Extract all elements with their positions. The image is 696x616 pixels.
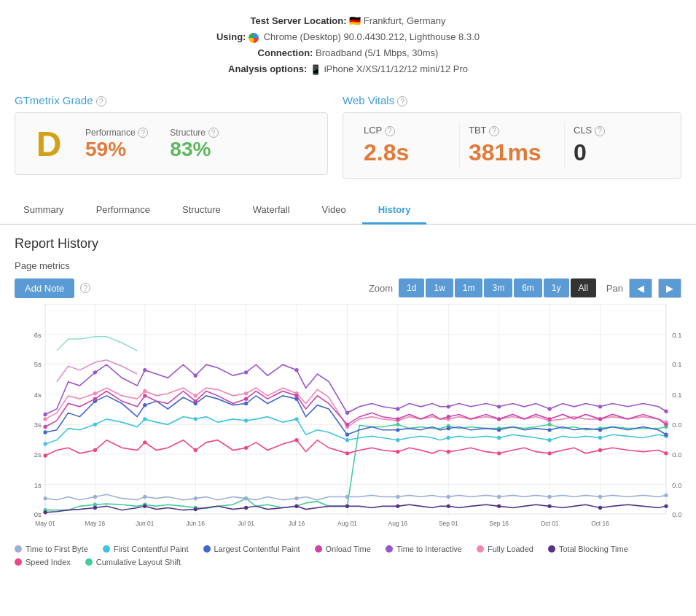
connection-label: Connection: (258, 47, 313, 58)
legend-tti: Time to Interactive (386, 545, 462, 553)
tab-structure[interactable]: Structure (166, 197, 237, 225)
add-note-help-icon[interactable]: ? (80, 283, 90, 293)
svg-text:2s: 2s (34, 451, 42, 459)
svg-point-87 (43, 442, 47, 445)
legend-cls: Cumulative Layout Shift (85, 558, 181, 566)
svg-point-67 (345, 495, 349, 499)
svg-point-105 (294, 438, 298, 442)
svg-point-127 (93, 391, 97, 395)
svg-point-62 (93, 495, 97, 499)
cls-metric: CLS ? 0 (565, 122, 669, 169)
svg-point-123 (547, 428, 551, 432)
svg-point-112 (664, 451, 668, 455)
svg-point-151 (664, 423, 668, 426)
svg-point-69 (447, 495, 450, 499)
pan-left-button[interactable]: ◀ (629, 278, 652, 298)
svg-text:Sep 01: Sep 01 (439, 520, 458, 527)
svg-point-157 (294, 368, 298, 372)
header-info: Test Server Location: 🇩🇪 Frankfurt, Germ… (0, 0, 696, 87)
zoom-3m[interactable]: 3m (484, 278, 512, 297)
vitals-title: Web Vitals ? (343, 94, 681, 107)
tab-summary[interactable]: Summary (7, 197, 80, 225)
cls-label: CLS (574, 125, 592, 136)
lcp-help-icon[interactable]: ? (385, 126, 395, 136)
svg-point-160 (447, 405, 450, 408)
zoom-6m[interactable]: 6m (514, 278, 542, 297)
svg-point-70 (497, 495, 501, 499)
svg-text:Jul 16: Jul 16 (289, 520, 305, 527)
svg-point-162 (547, 407, 551, 410)
zoom-1w[interactable]: 1w (426, 278, 453, 297)
performance-metric: Performance ? 59% (85, 127, 148, 162)
lcp-metric: LCP ? 2.8s (355, 122, 460, 169)
add-note-button[interactable]: Add Note (15, 278, 74, 298)
svg-point-58 (547, 423, 551, 426)
svg-point-55 (396, 423, 399, 426)
svg-point-161 (497, 405, 501, 408)
structure-help-icon[interactable]: ? (208, 128, 219, 138)
performance-help-icon[interactable]: ? (138, 128, 148, 138)
svg-point-145 (345, 423, 349, 426)
tab-waterfall[interactable]: Waterfall (237, 197, 306, 225)
section-title: Report History (15, 236, 681, 252)
legend-fully-loaded: Fully Loaded (477, 545, 533, 553)
zoom-label: Zoom (369, 283, 393, 294)
legend-speed-index-icon (15, 558, 22, 566)
zoom-1y[interactable]: 1y (544, 278, 569, 297)
vitals-section: Web Vitals ? LCP ? 2.8s TBT ? 381ms CL (343, 94, 681, 179)
chart-container: 0s 1s 2s 3s 4s 5s 6s 0.00 0.02 0.05 0.07… (15, 304, 681, 537)
svg-text:0.15: 0.15 (672, 331, 681, 339)
svg-point-65 (244, 496, 248, 500)
svg-point-142 (194, 399, 198, 403)
svg-text:6s: 6s (34, 331, 42, 339)
svg-point-128 (143, 389, 146, 393)
svg-point-122 (497, 428, 501, 432)
svg-text:Jul 01: Jul 01 (238, 520, 254, 527)
svg-point-85 (598, 506, 602, 510)
tab-history[interactable]: History (362, 197, 427, 225)
legend-onload-icon (315, 545, 322, 553)
grade-help-icon[interactable]: ? (96, 96, 106, 106)
svg-point-74 (43, 510, 47, 514)
zoom-buttons: 1d 1w 1m 3m 6m 1y All (399, 278, 596, 297)
svg-point-115 (143, 403, 146, 407)
zoom-1m[interactable]: 1m (455, 278, 483, 297)
svg-text:0.00: 0.00 (672, 510, 681, 518)
tbt-help-icon[interactable]: ? (489, 126, 499, 136)
svg-point-94 (396, 438, 399, 442)
svg-point-159 (396, 407, 399, 410)
grade-letter: D (27, 122, 71, 165)
legend-cls-icon (85, 558, 93, 566)
svg-point-75 (93, 506, 97, 510)
svg-point-98 (598, 436, 602, 440)
svg-point-91 (244, 418, 248, 422)
server-location-value: Frankfurt, Germany (364, 15, 446, 26)
tab-video[interactable]: Video (306, 197, 362, 225)
cls-help-icon[interactable]: ? (595, 126, 605, 136)
legend-lcp-icon (203, 545, 211, 553)
legend-ttfb-label: Time to First Byte (26, 545, 88, 553)
svg-point-96 (497, 436, 501, 440)
pan-right-button[interactable]: ▶ (658, 278, 681, 298)
svg-point-97 (547, 438, 551, 442)
svg-point-156 (244, 370, 248, 374)
svg-point-140 (93, 397, 97, 400)
analysis-value: iPhone X/XS/11/12/12 mini/12 Pro (324, 63, 468, 74)
zoom-1d[interactable]: 1d (399, 278, 424, 297)
svg-point-125 (664, 432, 668, 436)
zoom-all[interactable]: All (571, 278, 596, 297)
svg-point-100 (43, 453, 47, 457)
svg-text:1s: 1s (34, 481, 42, 489)
svg-point-154 (143, 368, 146, 372)
svg-point-79 (294, 504, 298, 508)
analysis-label: Analysis options: (228, 63, 307, 74)
performance-value: 59% (85, 138, 148, 161)
svg-point-148 (497, 417, 501, 421)
vitals-card: LCP ? 2.8s TBT ? 381ms CLS ? 0 (343, 112, 681, 179)
legend-speed-index: Speed Index (15, 558, 71, 566)
svg-point-111 (598, 448, 602, 452)
vitals-help-icon[interactable]: ? (397, 96, 407, 106)
history-content: Report History Page metrics Add Note ? Z… (0, 225, 696, 578)
svg-point-126 (43, 417, 47, 421)
tab-performance[interactable]: Performance (80, 197, 166, 225)
